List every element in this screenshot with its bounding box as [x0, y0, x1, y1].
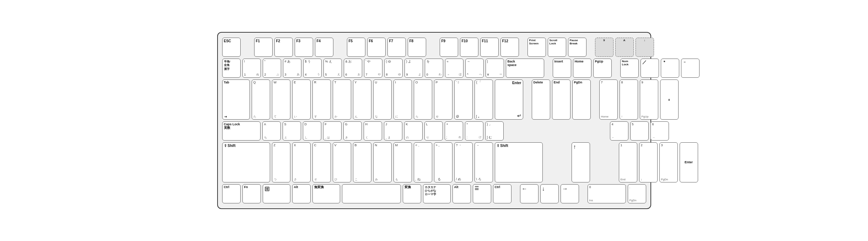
key-f6[interactable]: F6 — [367, 38, 386, 57]
key-3[interactable]: # あ 3あ — [283, 59, 301, 78]
key-slash[interactable]: ? ・ / め — [454, 142, 473, 182]
key-7[interactable]: ' や 7や — [364, 59, 382, 78]
key-5[interactable]: % え 5え — [323, 59, 342, 78]
key-q[interactable]: Q た — [252, 80, 270, 120]
key-e[interactable]: E い — [292, 80, 311, 120]
key-hankaku[interactable]: 半角/全角漢字 — [222, 59, 241, 78]
key-c[interactable]: C そ — [312, 142, 331, 182]
key-numpad-3[interactable]: 3 PgDn — [659, 142, 678, 182]
key-k[interactable]: K の — [404, 121, 423, 141]
key-home[interactable]: Home — [573, 59, 591, 78]
key-alt-right[interactable]: Alt — [452, 184, 471, 203]
key-f8[interactable]: F8 — [408, 38, 426, 57]
key-j[interactable]: J _ ま — [384, 121, 402, 141]
key-numpad-2[interactable]: 2 ↓ — [639, 142, 658, 182]
key-numpad-7[interactable]: 7 Home — [599, 80, 618, 120]
key-g[interactable]: G き — [343, 121, 362, 141]
key-n[interactable]: N み — [373, 142, 392, 182]
key-b[interactable]: B こ — [353, 142, 371, 182]
key-caps-lock[interactable]: Caps Lock英数 — [222, 121, 261, 141]
key-f12[interactable]: F12 — [500, 38, 519, 57]
key-ctrl-right[interactable]: Ctrl — [493, 184, 511, 203]
key-i[interactable]: I に — [393, 80, 412, 120]
key-numpad-multiply[interactable]: ＊ — [661, 59, 679, 78]
key-caret[interactable]: ～ ^へ — [465, 59, 484, 78]
key-numpad-8[interactable]: 8 ↑ — [620, 80, 638, 120]
key-print-screen[interactable]: PrintScreen — [527, 38, 546, 57]
key-delete[interactable]: Delete — [532, 80, 550, 120]
key-z[interactable]: Z つ — [272, 142, 290, 182]
key-num-lock[interactable]: NumLock — [620, 59, 639, 78]
key-8[interactable]: ( ゆ 8ゆ — [384, 59, 403, 78]
key-h[interactable]: H く — [364, 121, 382, 141]
key-bracket-left[interactable]: { 「 [ ｡ — [475, 80, 493, 120]
key-semicolon[interactable]: + ;れ — [445, 121, 463, 141]
key-yen[interactable]: | ¥ー — [486, 59, 504, 78]
key-esc[interactable]: ESC — [222, 38, 241, 57]
key-pgup[interactable]: PgUp — [593, 59, 612, 78]
key-1[interactable]: ! 1 ぬ — [242, 59, 261, 78]
key-numpad-6[interactable]: 6 → — [650, 121, 669, 141]
key-s[interactable]: S と — [283, 121, 301, 141]
key-minus[interactable]: = －ほ — [445, 59, 464, 78]
key-comma[interactable]: < 、 , ね — [414, 142, 432, 182]
key-scroll-lock[interactable]: ScrollLock — [548, 38, 566, 57]
key-0[interactable]: を 0わ — [425, 59, 443, 78]
key-arrow-up[interactable]: ↑ — [572, 142, 590, 182]
key-f3[interactable]: F3 — [295, 38, 313, 57]
key-f4[interactable]: F4 — [315, 38, 333, 57]
key-f11[interactable]: F11 — [480, 38, 499, 57]
key-alt-left[interactable]: Alt — [292, 184, 311, 203]
key-arrow-left[interactable]: ← — [520, 184, 539, 203]
key-r[interactable]: R す — [312, 80, 331, 120]
key-enter[interactable]: Enter ↵ — [495, 80, 523, 120]
key-space[interactable] — [342, 184, 401, 203]
key-numpad-minus[interactable]: － — [681, 59, 700, 78]
key-ctrl-left[interactable]: Ctrl — [222, 184, 241, 203]
key-a[interactable]: A ち — [262, 121, 281, 141]
key-win[interactable]: ⊞ — [263, 184, 290, 203]
key-f10[interactable]: F10 — [460, 38, 478, 57]
key-app-menu[interactable]: ☰ — [473, 184, 491, 203]
key-m[interactable]: M も — [393, 142, 412, 182]
key-tab[interactable]: Tab ⇥ — [222, 80, 250, 120]
key-numpad-5[interactable]: 5 — [630, 121, 649, 141]
key-t[interactable]: T か — [333, 80, 351, 120]
key-pgdn[interactable]: PgDn — [572, 80, 591, 120]
key-d[interactable]: D し — [303, 121, 321, 141]
key-f5[interactable]: F5 — [347, 38, 365, 57]
key-fn[interactable]: Fn — [242, 184, 261, 203]
key-shift-left[interactable]: ⇧ Shift — [222, 142, 270, 182]
key-end[interactable]: End — [552, 80, 570, 120]
key-9[interactable]: ) よ 9よ — [404, 59, 423, 78]
key-arrow-down[interactable]: ↓ — [540, 184, 559, 203]
key-muhenkan[interactable]: 無変換 — [312, 184, 340, 203]
key-numpad-1[interactable]: 1 End — [619, 142, 637, 182]
key-period[interactable]: > 。 . る — [434, 142, 452, 182]
key-f[interactable]: F _ は — [323, 121, 342, 141]
key-v[interactable]: V ひ — [333, 142, 351, 182]
key-f7[interactable]: F7 — [387, 38, 406, 57]
key-backspace[interactable]: Backspace — [506, 59, 544, 78]
key-2[interactable]: " 2ふ — [263, 59, 281, 78]
key-shift-right[interactable]: ⇧ Shift — [495, 142, 543, 182]
key-insert[interactable]: Insert — [553, 59, 571, 78]
key-at[interactable]: ` ﾞ @ — [454, 80, 473, 120]
key-o[interactable]: O ら — [414, 80, 432, 120]
key-henkan[interactable]: 変換 — [403, 184, 421, 203]
key-colon[interactable]: * :け — [465, 121, 483, 141]
key-numpad-plus[interactable]: + — [660, 80, 679, 120]
key-x[interactable]: X さ — [292, 142, 311, 182]
key-backslash[interactable]: － \ ろ — [475, 142, 493, 182]
key-6[interactable]: & お 6お — [344, 59, 362, 78]
key-f9[interactable]: F9 — [440, 38, 458, 57]
key-numpad-0[interactable]: 0 Ins — [588, 184, 626, 203]
key-arrow-right[interactable]: → — [561, 184, 579, 203]
key-f2[interactable]: F2 — [274, 38, 293, 57]
key-numpad-dot[interactable]: . PgDn — [628, 184, 646, 203]
key-numpad-4[interactable]: 4 ← — [610, 121, 628, 141]
key-f1[interactable]: F1 — [254, 38, 273, 57]
key-u[interactable]: U な — [373, 80, 392, 120]
key-l[interactable]: L り — [424, 121, 443, 141]
key-y[interactable]: Y ん — [353, 80, 371, 120]
